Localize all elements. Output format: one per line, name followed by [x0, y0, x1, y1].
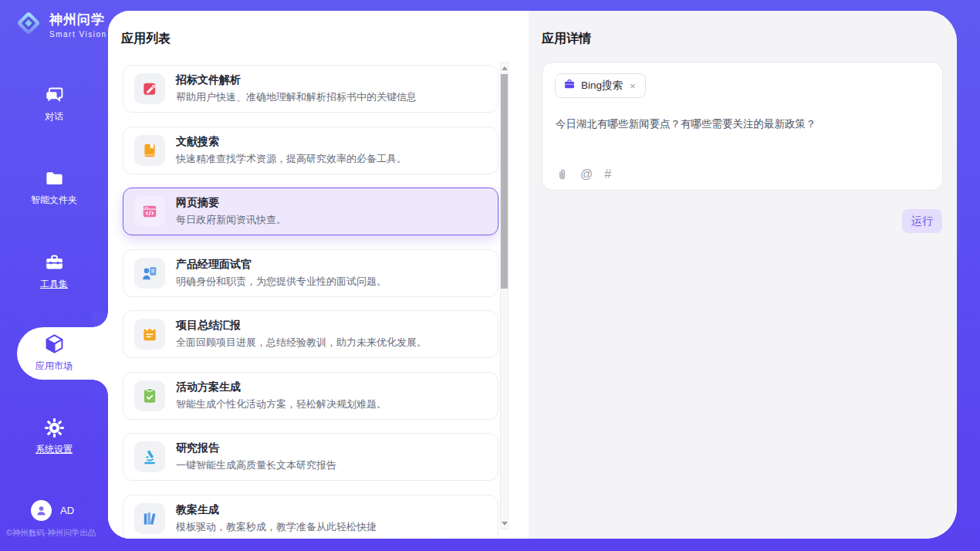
at-mention-icon[interactable]: @ — [580, 167, 593, 181]
brand-name: 神州问学 — [49, 11, 107, 29]
app-card-title: 项目总结汇报 — [176, 319, 427, 333]
tool-tag-label: Bing搜索 — [581, 79, 623, 93]
app-list-title: 应用列表 — [121, 31, 171, 47]
app-card-desc: 快速精准查找学术资源，提高研究效率的必备工具。 — [176, 152, 407, 166]
folder-icon — [0, 168, 108, 189]
scrollbar-thumb[interactable] — [501, 74, 508, 289]
app-card-desc: 帮助用户快速、准确地理解和解析招标书中的关键信息 — [176, 90, 417, 104]
briefcase-icon — [563, 78, 576, 93]
app-card-title: 活动方案生成 — [176, 380, 387, 394]
clipboard-check-icon — [134, 380, 165, 411]
sidebar-item-gear[interactable]: 系统设置 — [0, 417, 108, 456]
user-initials: AD — [60, 505, 74, 516]
gear-icon — [0, 417, 108, 438]
app-detail-title: 应用详情 — [542, 31, 591, 47]
app-card-title: 文献搜索 — [176, 135, 407, 149]
app-card[interactable]: 文献搜索 快速精准查找学术资源，提高研究效率的必备工具。 — [123, 127, 498, 174]
app-card-title: 教案生成 — [176, 503, 377, 517]
brand-tagline: Smart Vision — [49, 30, 107, 39]
sidebar-item-toolbox[interactable]: 工具集 — [0, 252, 108, 291]
diamond-logo-icon — [14, 8, 43, 41]
notch-bottom — [93, 380, 108, 395]
avatar[interactable] — [31, 500, 52, 521]
hash-icon[interactable]: # — [604, 167, 611, 181]
scroll-down-icon[interactable] — [501, 519, 508, 528]
sidebar-item-folder[interactable]: 智能文件夹 — [0, 168, 108, 207]
attach-toolbar: @ # — [556, 167, 611, 181]
tag-close-icon[interactable]: × — [628, 80, 637, 92]
notch-top — [93, 312, 108, 327]
app-card-desc: 一键智能生成高质量长文本研究报告 — [176, 458, 336, 472]
app-card[interactable]: 网页摘要 每日政府新闻资讯快查。 — [123, 188, 498, 235]
app-card[interactable]: 招标文件解析 帮助用户快速、准确地理解和解析招标书中的关键信息 — [123, 65, 498, 113]
copyright-text: ©神州数码·神州问学出品 — [6, 528, 96, 539]
sidebar-item-chat[interactable]: 对话 — [0, 85, 108, 123]
app-list-pane: 应用列表 招标文件解析 帮助用户快速、准确地理解和解析招标书中的关键信息 文献搜… — [108, 11, 529, 539]
cube-icon — [0, 333, 108, 355]
browser-code-icon — [134, 196, 165, 227]
prompt-card: Bing搜索 × 今日湖北有哪些新闻要点？有哪些需要关注的最新政策？ @ # — [542, 62, 943, 191]
microscope-icon — [134, 441, 165, 472]
scroll-up-icon[interactable] — [501, 63, 508, 73]
edit-doc-icon — [134, 73, 165, 104]
scrollbar[interactable] — [500, 62, 509, 529]
app-card-desc: 模板驱动，教案秒成，教学准备从此轻松快捷 — [176, 520, 377, 534]
interviewer-icon — [134, 258, 165, 289]
user-account[interactable]: AD — [31, 500, 74, 521]
sidebar-item-cube[interactable]: 应用市场 — [0, 333, 108, 373]
app-card-title: 研究报告 — [176, 441, 336, 455]
app-card[interactable]: 研究报告 一键智能生成高质量长文本研究报告 — [123, 433, 498, 481]
toolbox-icon — [0, 252, 108, 273]
query-input[interactable]: 今日湖北有哪些新闻要点？有哪些需要关注的最新政策？ — [556, 117, 931, 132]
paperclip-icon[interactable] — [556, 168, 569, 181]
app-card-title: 招标文件解析 — [176, 73, 417, 87]
app-card[interactable]: 活动方案生成 智能生成个性化活动方案，轻松解决规划难题。 — [123, 372, 498, 420]
tool-tag-bing-search[interactable]: Bing搜索 × — [555, 73, 646, 98]
calendar-note-icon — [134, 319, 165, 350]
brand-logo: 神州问学 Smart Vision — [14, 8, 107, 41]
book-icon — [134, 135, 165, 166]
app-card[interactable]: 教案生成 模板驱动，教案秒成，教学准备从此轻松快捷 — [123, 495, 498, 539]
app-detail-pane: 应用详情 Bing搜索 × 今日湖北有哪些新闻要点？有哪些需要关注的最新政策？ — [529, 11, 957, 539]
app-card[interactable]: 项目总结汇报 全面回顾项目进展，总结经验教训，助力未来优化发展。 — [123, 310, 498, 358]
app-card-desc: 每日政府新闻资讯快查。 — [176, 213, 286, 227]
app-card-title: 产品经理面试官 — [176, 258, 387, 272]
app-card[interactable]: 产品经理面试官 明确身份和职责，为您提供专业性的面试问题。 — [123, 249, 498, 297]
sidebar: 神州问学 Smart Vision 对话 智能文件夹 工具集 应用市场 系统设置… — [0, 0, 108, 551]
app-card-desc: 全面回顾项目进展，总结经验教训，助力未来优化发展。 — [176, 336, 427, 350]
main-panel: 应用列表 招标文件解析 帮助用户快速、准确地理解和解析招标书中的关键信息 文献搜… — [108, 11, 957, 539]
app-card-desc: 明确身份和职责，为您提供专业性的面试问题。 — [176, 275, 387, 289]
chat-icon — [0, 85, 108, 106]
books-icon — [134, 503, 165, 534]
run-button[interactable]: 运行 — [902, 209, 942, 233]
app-card-title: 网页摘要 — [176, 196, 286, 210]
app-card-desc: 智能生成个性化活动方案，轻松解决规划难题。 — [176, 397, 387, 411]
